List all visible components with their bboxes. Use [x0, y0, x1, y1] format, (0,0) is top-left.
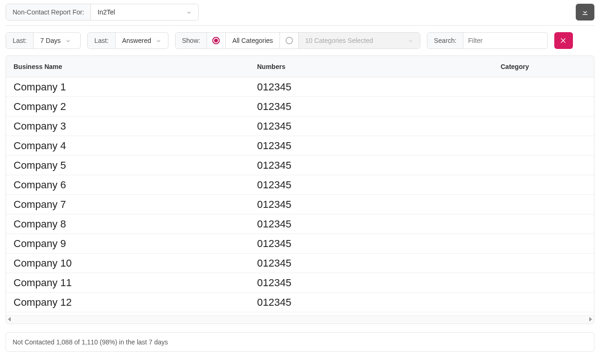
report-for-label: Non-Contact Report For:: [6, 4, 91, 20]
chevron-down-icon: [408, 38, 413, 43]
clear-filter-button[interactable]: [554, 32, 573, 49]
cell-numbers: 012345: [250, 159, 493, 172]
cell-business: Company 4: [6, 140, 250, 152]
table-row[interactable]: Company 12012345: [6, 293, 594, 312]
chevron-down-icon: [156, 38, 161, 43]
last-status-value[interactable]: Answered: [116, 33, 168, 48]
last-period-select[interactable]: Last: 7 Days: [6, 32, 81, 49]
download-icon: [581, 8, 589, 16]
cell-business: Company 11: [6, 277, 250, 289]
report-for-select[interactable]: Non-Contact Report For: In2Tel: [6, 4, 199, 21]
report-for-text: In2Tel: [98, 8, 115, 16]
show-selected-radio[interactable]: [280, 33, 299, 48]
col-business-label: Business Name: [14, 63, 62, 70]
cell-numbers: 012345: [250, 296, 493, 309]
cell-business: Company 1: [6, 81, 250, 93]
col-numbers[interactable]: Numbers: [250, 63, 493, 70]
summary-bar: Not Contacted 1,088 of 1,110 (98%) in th…: [6, 332, 594, 352]
show-selected-text: 10 Categories Selected: [305, 37, 373, 44]
col-business[interactable]: Business Name: [6, 63, 250, 70]
cell-business: Company 12: [6, 296, 250, 309]
show-selected-option[interactable]: 10 Categories Selected: [299, 33, 420, 48]
table-row[interactable]: Company 3012345: [6, 117, 594, 136]
cell-business: Company 8: [6, 218, 250, 230]
search-group: Search:: [427, 32, 548, 49]
cell-business: Company 3: [6, 120, 250, 132]
show-label: Show:: [175, 33, 207, 48]
radio-selected-icon: [212, 37, 220, 44]
chevron-down-icon: [186, 9, 192, 15]
cell-numbers: 012345: [250, 238, 493, 250]
table-body[interactable]: Company 1012345Company 2012345Company 30…: [6, 77, 594, 315]
cell-business: Company 10: [6, 257, 250, 269]
table-row[interactable]: Company 7012345: [6, 195, 594, 214]
show-all-radio[interactable]: [207, 33, 226, 48]
table-row[interactable]: Company 4012345: [6, 136, 594, 156]
last-status-label: Last:: [88, 33, 115, 48]
table-row[interactable]: Company 5012345: [6, 156, 594, 175]
results-table: Business Name Numbers Category Company 1…: [6, 55, 594, 324]
col-category-label: Category: [501, 63, 529, 70]
last-period-text: 7 Days: [40, 37, 61, 44]
table-row[interactable]: Company 10012345: [6, 254, 594, 273]
cell-numbers: 012345: [250, 257, 493, 269]
cell-business: Company 5: [6, 159, 250, 172]
last-status-text: Answered: [122, 37, 151, 44]
table-row[interactable]: Company 8012345: [6, 214, 594, 234]
cell-business: Company 6: [6, 179, 250, 191]
show-all-text: All Categories: [232, 37, 273, 44]
cell-numbers: 012345: [250, 140, 493, 152]
search-input[interactable]: [463, 33, 547, 48]
table-row[interactable]: Company 9012345: [6, 234, 594, 254]
table-row[interactable]: Company 6012345: [6, 175, 594, 195]
search-label: Search:: [427, 33, 463, 48]
clear-icon: [560, 37, 567, 44]
cell-numbers: 012345: [250, 101, 493, 113]
cell-numbers: 012345: [250, 81, 493, 93]
col-category[interactable]: Category: [493, 63, 594, 70]
cell-business: Company 7: [6, 199, 250, 211]
show-all-option[interactable]: All Categories: [226, 33, 280, 48]
cell-numbers: 012345: [250, 277, 493, 289]
table-row[interactable]: Company 11012345: [6, 273, 594, 293]
cell-numbers: 012345: [250, 199, 493, 211]
horizontal-scrollbar[interactable]: [6, 315, 594, 323]
cell-numbers: 012345: [250, 218, 493, 230]
last-period-value[interactable]: 7 Days: [34, 33, 80, 48]
show-categories-group: Show: All Categories 10 Categories Selec…: [175, 32, 420, 49]
radio-unselected-icon: [286, 37, 293, 44]
col-numbers-label: Numbers: [257, 63, 286, 70]
table-row[interactable]: Company 1012345: [6, 77, 594, 97]
filter-bar: Last: 7 Days Last: Answered Show: All Ca…: [6, 32, 594, 49]
cell-numbers: 012345: [250, 179, 493, 191]
last-status-select[interactable]: Last: Answered: [87, 32, 168, 49]
cell-business: Company 9: [6, 238, 250, 250]
last-period-label: Last:: [6, 33, 34, 48]
download-button[interactable]: [576, 4, 594, 21]
table-header: Business Name Numbers Category: [6, 56, 594, 77]
report-for-value[interactable]: In2Tel: [91, 4, 198, 20]
cell-numbers: 012345: [250, 120, 493, 132]
chevron-down-icon: [65, 38, 71, 43]
top-bar: Non-Contact Report For: In2Tel: [6, 4, 594, 26]
table-row[interactable]: Company 2012345: [6, 97, 594, 117]
cell-business: Company 2: [6, 101, 250, 113]
